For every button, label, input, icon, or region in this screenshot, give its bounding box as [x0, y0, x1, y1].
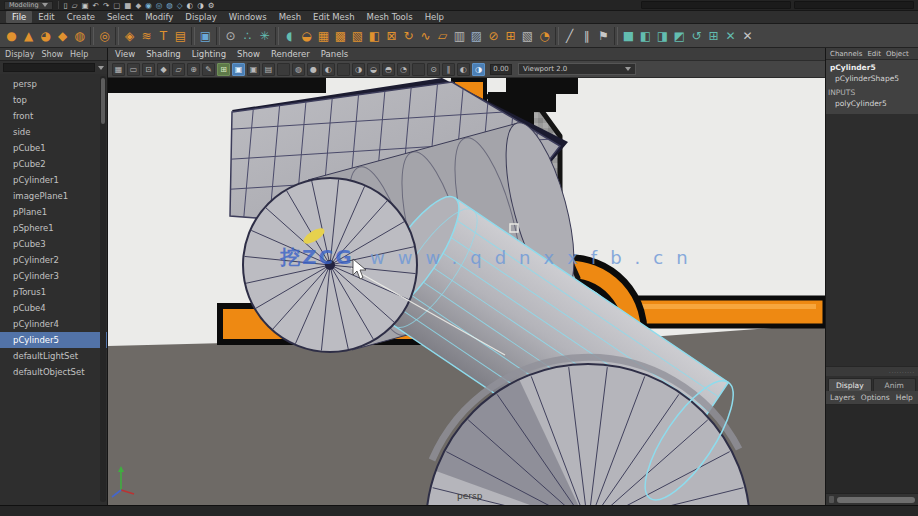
sphere-quarter-icon[interactable]: ◔ [536, 26, 553, 46]
page-copy-icon[interactable]: ⊞ [502, 26, 519, 46]
gamma-icon[interactable]: ◑ [472, 63, 485, 76]
snap-plane-icon[interactable]: ◇ [177, 1, 183, 10]
resolution-gate-icon[interactable]: ▣ [247, 63, 260, 76]
menu-item[interactable]: Windows [223, 11, 273, 23]
outliner-item[interactable]: pCylinder3 [0, 268, 107, 284]
snap-point-icon[interactable]: ◍ [166, 1, 173, 10]
undo-icon[interactable]: ↶ [93, 1, 99, 10]
ipr-render-icon[interactable]: ◑ [197, 1, 204, 10]
outliner-filter-input[interactable] [3, 63, 95, 72]
curve-helix-icon[interactable]: ≋ [138, 26, 155, 46]
quad-patch-icon[interactable]: ▦ [315, 26, 332, 46]
outliner-item[interactable]: pCube4 [0, 300, 107, 316]
textured-icon[interactable]: ◐ [322, 63, 335, 76]
poly-cube-icon[interactable]: ◆ [54, 26, 71, 46]
outliner-item[interactable]: defaultObjectSet [0, 364, 107, 380]
panel-menu-item[interactable]: Panels [321, 49, 348, 59]
remesh-icon[interactable]: ✕ [722, 26, 739, 46]
panel-menu-item[interactable]: Channels [830, 50, 862, 58]
panel-menu-item[interactable]: Display [5, 50, 35, 59]
select-hierarchy-icon[interactable]: ▢ [113, 1, 120, 10]
outliner-item[interactable]: side [0, 124, 107, 140]
sculpt-tool-icon[interactable]: ◒ [298, 26, 315, 46]
render-settings-icon[interactable]: ⚙ [208, 1, 215, 10]
create-polygon-icon[interactable]: ◈ [121, 26, 138, 46]
viewport-canvas[interactable]: 挖ZCG www.qdnxxfb.cn persp [108, 78, 825, 505]
flag-tool-icon[interactable]: ⚑ [595, 26, 612, 46]
poly-platonic-icon[interactable]: ◍ [71, 26, 88, 46]
panel-menu-item[interactable]: Show [237, 49, 260, 59]
gate-mask-icon[interactable]: ▤ [262, 63, 275, 76]
menu-item[interactable]: Display [179, 11, 222, 23]
outliner-item[interactable]: imagePlane1 [0, 188, 107, 204]
curve-arc-icon[interactable]: ∿ [417, 26, 434, 46]
delete-tool-icon[interactable]: ✕ [739, 26, 756, 46]
boolean-union-icon[interactable]: ◖ [281, 26, 298, 46]
panel-menu-item[interactable]: Options [861, 393, 890, 402]
layer-list[interactable] [826, 405, 918, 493]
panel-menu-item[interactable]: Renderer [271, 49, 310, 59]
camera-attributes-icon[interactable]: ⊡ [142, 63, 155, 76]
renderer-dropdown[interactable]: Viewport 2.0 [518, 63, 636, 75]
snap-grid-icon[interactable]: ◉ [145, 1, 152, 10]
search-field[interactable] [794, 1, 914, 9]
quad-draw-icon[interactable]: ■ [620, 26, 637, 46]
two-columns-icon[interactable]: ∥ [578, 26, 595, 46]
panel-menu-item[interactable]: Object [886, 50, 909, 58]
time-slider-bar[interactable] [0, 505, 918, 516]
film-gate-icon[interactable]: ▣ [232, 63, 245, 76]
bevel-icon[interactable]: ◧ [366, 26, 383, 46]
grid-icon[interactable]: ⊞ [217, 63, 230, 76]
capsule-icon[interactable]: ▱ [434, 26, 451, 46]
outliner-item[interactable]: pCylinder4 [0, 316, 107, 332]
slide-edge-icon[interactable]: ↺ [688, 26, 705, 46]
outliner-item[interactable]: front [0, 108, 107, 124]
outliner-item[interactable]: top [0, 92, 107, 108]
occlusion-icon[interactable]: ◓ [382, 63, 395, 76]
panel-menu-item[interactable]: Edit [867, 50, 881, 58]
rotate-tool-icon[interactable]: ↻ [400, 26, 417, 46]
quick-selection-field[interactable] [641, 1, 791, 9]
save-scene-icon[interactable]: ▣ [82, 1, 89, 10]
panel-menu-item[interactable]: Help [70, 50, 88, 59]
render-view-icon[interactable]: ▣ [197, 26, 214, 46]
lock-tool-icon[interactable]: ⊠ [383, 26, 400, 46]
panel-menu-item[interactable]: Show [42, 50, 64, 59]
redo-icon[interactable]: ↷ [103, 1, 109, 10]
menu-item[interactable]: Mesh [273, 11, 307, 23]
type-tool-icon[interactable]: T [155, 26, 172, 46]
layer-scrollbar[interactable] [837, 497, 915, 503]
outliner-item[interactable]: pTorus1 [0, 284, 107, 300]
menu-item[interactable]: Mesh Tools [361, 11, 419, 23]
outliner-item[interactable]: pCube2 [0, 156, 107, 172]
svg-tool-icon[interactable]: ▤ [172, 26, 189, 46]
motion-blur-icon[interactable]: ◔ [397, 63, 410, 76]
isolate-select-icon[interactable]: ⊙ [427, 63, 440, 76]
select-object-icon[interactable]: ■ [124, 1, 131, 10]
crate-icon[interactable]: ▥ [451, 26, 468, 46]
outliner-scrollbar[interactable] [100, 76, 106, 502]
poly-torus-icon[interactable]: ◎ [96, 26, 113, 46]
paint-effects-icon[interactable]: ✳ [256, 26, 273, 46]
symmetry-icon[interactable]: ⊞ [705, 26, 722, 46]
camera-select-icon[interactable]: ▭ [127, 63, 140, 76]
open-scene-icon[interactable]: ▱ [72, 1, 78, 10]
wireframe-icon[interactable]: ◍ [292, 63, 305, 76]
ice-cube-icon[interactable]: ▨ [468, 26, 485, 46]
menu-item[interactable]: Modify [139, 11, 179, 23]
panel-menu-item[interactable]: Help [896, 393, 913, 402]
poly-sphere-icon[interactable]: ● [3, 26, 20, 46]
measure-tool-icon[interactable]: ⊙ [222, 26, 239, 46]
exposure-value-field[interactable]: 0.00 [490, 64, 512, 75]
2d-pan-zoom-icon[interactable]: ⊕ [187, 63, 200, 76]
outliner-item[interactable]: pCylinder5 [0, 332, 107, 348]
image-plane-icon[interactable]: ▱ [172, 63, 185, 76]
crease-tool-icon[interactable]: ◩ [671, 26, 688, 46]
multi-cut-icon[interactable]: ◧ [637, 26, 654, 46]
pause-icon[interactable]: ∥ [442, 63, 455, 76]
target-weld-icon[interactable]: ◨ [654, 26, 671, 46]
exposure-icon[interactable]: ◐ [457, 63, 470, 76]
outliner-item[interactable]: defaultLightSet [0, 348, 107, 364]
menu-item[interactable]: Help [419, 11, 450, 23]
bookmark-icon[interactable]: ◆ [157, 63, 170, 76]
